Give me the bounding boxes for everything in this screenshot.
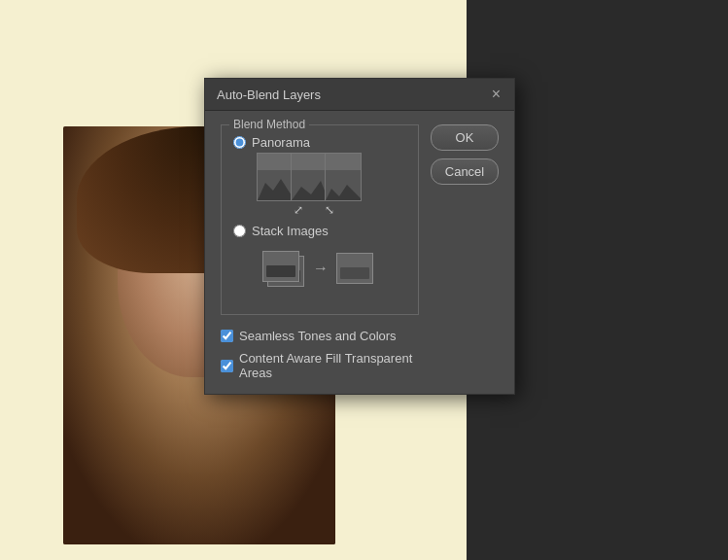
stack-icon-group: → (262, 251, 373, 286)
svg-marker-1 (292, 181, 328, 200)
stack-images-option[interactable]: Stack Images (233, 224, 406, 238)
checkbox-section: Seamless Tones and Colors Content Aware … (221, 329, 419, 380)
panorama-images (257, 153, 362, 201)
dialog-main: Blend Method Panorama (221, 124, 419, 380)
svg-marker-0 (258, 179, 294, 200)
blend-method-legend: Blend Method (229, 118, 309, 131)
cursor-arrows: ⤢ ⤡ (294, 203, 334, 217)
stack-arrow-icon: → (313, 260, 329, 277)
stack-before (262, 251, 305, 286)
cursor-left-icon: ⤢ (294, 203, 303, 217)
seamless-tones-option[interactable]: Seamless Tones and Colors (221, 329, 419, 343)
seamless-tones-label: Seamless Tones and Colors (239, 329, 397, 343)
dialog-actions: OK Cancel (431, 124, 499, 380)
dialog-title: Auto-Blend Layers (217, 88, 321, 102)
panorama-icon-area: ⤢ ⤡ (251, 156, 367, 214)
svg-marker-2 (326, 185, 362, 200)
pano-image-2 (291, 153, 328, 201)
cursor-right-icon: ⤡ (325, 203, 334, 217)
stack-img-front (262, 251, 299, 282)
dialog-titlebar: Auto-Blend Layers × (205, 79, 514, 111)
stack-result (336, 253, 373, 284)
stack-images-label: Stack Images (252, 224, 329, 238)
close-button[interactable]: × (490, 87, 503, 102)
panorama-label: Panorama (252, 135, 310, 150)
blend-method-group: Blend Method Panorama (221, 124, 419, 315)
pano-image-1 (257, 153, 294, 201)
pano-image-3 (325, 153, 362, 201)
stack-images-radio[interactable] (233, 225, 246, 237)
panorama-option[interactable]: Panorama (233, 135, 406, 150)
content-aware-option[interactable]: Content Aware Fill Transparent Areas (221, 351, 419, 380)
seamless-tones-checkbox[interactable] (221, 330, 233, 342)
content-aware-label: Content Aware Fill Transparent Areas (239, 351, 419, 380)
cancel-button[interactable]: Cancel (431, 158, 499, 185)
ok-button[interactable]: OK (431, 124, 499, 151)
stack-images-icon-area: → (251, 244, 367, 293)
content-aware-checkbox[interactable] (221, 360, 233, 372)
dialog-body: Blend Method Panorama (205, 111, 514, 394)
auto-blend-dialog: Auto-Blend Layers × Blend Method Panoram… (204, 78, 515, 395)
panorama-radio[interactable] (233, 136, 246, 149)
